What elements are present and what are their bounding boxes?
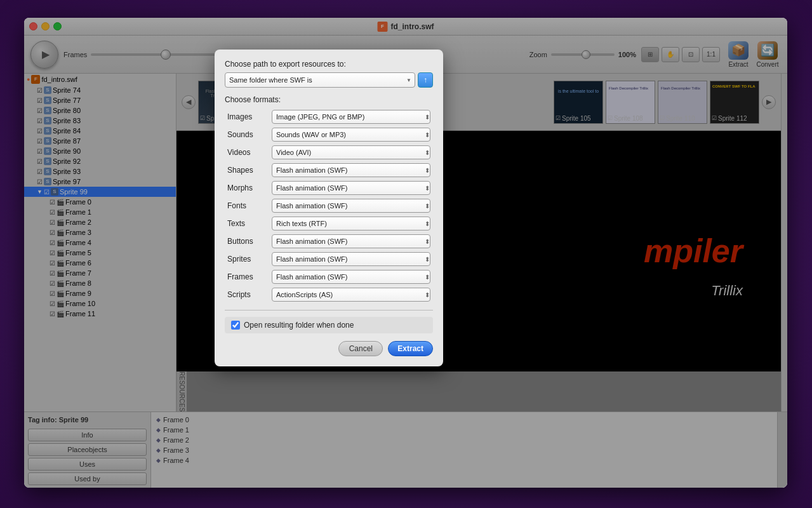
dialog-path-label: Choose path to export resources to: — [225, 60, 433, 69]
extract-button[interactable]: Extract — [388, 341, 433, 356]
dialog-separator — [225, 310, 433, 311]
format-row: Videos Video (AVI) — [225, 144, 433, 161]
format-select-texts[interactable]: Rich texts (RTF) — [269, 215, 433, 232]
format-name-sprites: Sprites — [225, 250, 269, 268]
shapes-format-select[interactable]: Flash animation (SWF) — [272, 163, 430, 177]
dialog-formats-label: Choose formats: — [225, 95, 433, 104]
fonts-format-select[interactable]: Flash animation (SWF) — [272, 199, 430, 213]
buttons-format-select[interactable]: Flash animation (SWF) — [272, 234, 430, 248]
format-name-sounds: Sounds — [225, 126, 269, 144]
format-row: Texts Rich texts (RTF) — [225, 215, 433, 232]
format-row: Morphs Flash animation (SWF) — [225, 179, 433, 197]
main-window: F fd_intro.swf Frames Zoom 100% ⊞ ✋ ⊡ 1:… — [24, 18, 787, 488]
format-select-sounds[interactable]: Sounds (WAV or MP3) — [269, 126, 433, 144]
format-select-morphs[interactable]: Flash animation (SWF) — [269, 179, 433, 197]
format-row: Shapes Flash animation (SWF) — [225, 161, 433, 179]
sounds-format-select[interactable]: Sounds (WAV or MP3) — [272, 128, 430, 142]
scripts-format-select[interactable]: ActionScripts (AS) — [272, 288, 430, 302]
format-select-shapes[interactable]: Flash animation (SWF) — [269, 161, 433, 179]
format-row: Images Image (JPEG, PNG or BMP) — [225, 108, 433, 126]
format-name-videos: Videos — [225, 144, 269, 161]
format-row: Sprites Flash animation (SWF) — [225, 250, 433, 268]
formats-table: Images Image (JPEG, PNG or BMP) Sounds — [225, 108, 433, 304]
format-name-shapes: Shapes — [225, 161, 269, 179]
format-name-buttons: Buttons — [225, 232, 269, 250]
open-folder-label: Open resulting folder when done — [244, 321, 354, 330]
format-select-frames[interactable]: Flash animation (SWF) — [269, 268, 433, 286]
videos-format-select[interactable]: Video (AVI) — [272, 145, 430, 159]
format-select-sprites[interactable]: Flash animation (SWF) — [269, 250, 433, 268]
format-select-scripts[interactable]: ActionScripts (AS) — [269, 286, 433, 304]
format-select-images[interactable]: Image (JPEG, PNG or BMP) — [269, 108, 433, 126]
format-select-videos[interactable]: Video (AVI) — [269, 144, 433, 161]
cancel-button[interactable]: Cancel — [338, 341, 383, 356]
format-name-scripts: Scripts — [225, 286, 269, 304]
format-select-buttons[interactable]: Flash animation (SWF) — [269, 232, 433, 250]
format-row: Scripts ActionScripts (AS) — [225, 286, 433, 304]
format-row: Fonts Flash animation (SWF) — [225, 197, 433, 215]
format-name-morphs: Morphs — [225, 179, 269, 197]
texts-format-select[interactable]: Rich texts (RTF) — [272, 217, 430, 231]
overlay-backdrop[interactable]: Choose path to export resources to: Same… — [24, 18, 787, 488]
format-row: Frames Flash animation (SWF) — [225, 268, 433, 286]
format-select-fonts[interactable]: Flash animation (SWF) — [269, 197, 433, 215]
format-name-frames: Frames — [225, 268, 269, 286]
path-select[interactable]: Same folder where SWF is — [225, 72, 415, 88]
path-select-wrap: Same folder where SWF is — [225, 72, 415, 88]
dialog-buttons: Cancel Extract — [225, 341, 433, 356]
dialog-checkbox-row: Open resulting folder when done — [225, 317, 433, 333]
dialog-path-control: Same folder where SWF is ↑ — [225, 72, 433, 88]
open-folder-checkbox[interactable] — [231, 321, 240, 330]
browse-folder-button[interactable]: ↑ — [418, 72, 433, 88]
frames-format-select[interactable]: Flash animation (SWF) — [272, 270, 430, 284]
images-format-select[interactable]: Image (JPEG, PNG or BMP) — [272, 110, 430, 124]
dialog-path-row: Choose path to export resources to: Same… — [225, 60, 433, 88]
format-name-fonts: Fonts — [225, 197, 269, 215]
format-name-images: Images — [225, 108, 269, 126]
morphs-format-select[interactable]: Flash animation (SWF) — [272, 181, 430, 195]
format-row: Sounds Sounds (WAV or MP3) — [225, 126, 433, 144]
format-name-texts: Texts — [225, 215, 269, 232]
export-dialog: Choose path to export resources to: Same… — [215, 50, 443, 366]
sprites-format-select[interactable]: Flash animation (SWF) — [272, 252, 430, 266]
dialog-inner: Choose path to export resources to: Same… — [215, 50, 443, 366]
format-row: Buttons Flash animation (SWF) — [225, 232, 433, 250]
